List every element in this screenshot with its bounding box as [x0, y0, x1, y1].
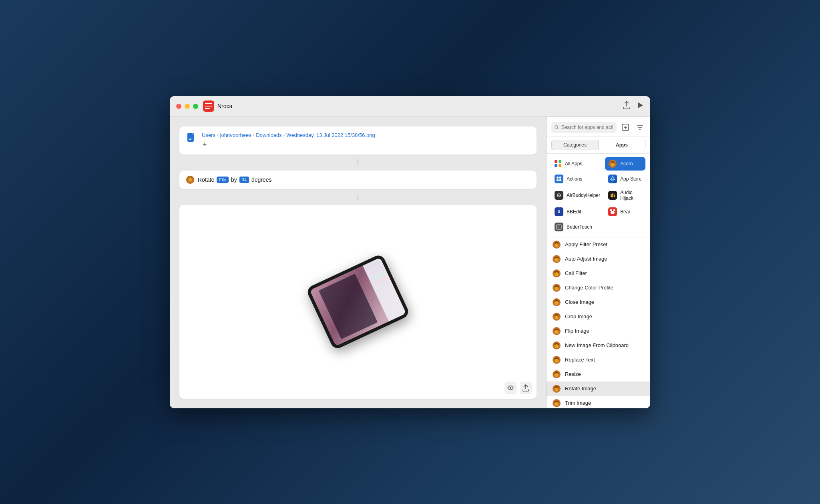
bettertouch-label: BetterTouch: [567, 224, 592, 230]
minimize-button[interactable]: [185, 104, 190, 109]
acorn-action-icon-trim: [552, 399, 561, 408]
acorn-action-icon-crop: [552, 312, 561, 321]
action-apply-filter[interactable]: Apply Filter Preset: [547, 237, 650, 252]
filter-sidebar-button[interactable]: [634, 122, 645, 133]
breadcrumb-user[interactable]: johnvoorhees: [220, 132, 251, 138]
maximize-button[interactable]: [193, 104, 198, 109]
svg-point-57: [555, 344, 559, 348]
close-button[interactable]: [176, 104, 181, 109]
svg-point-66: [555, 388, 559, 392]
svg-point-36: [555, 243, 559, 247]
actions-label: Actions: [567, 176, 582, 182]
svg-point-11: [510, 387, 511, 389]
sep3: ›: [283, 133, 285, 137]
svg-rect-22: [557, 179, 559, 181]
app-item-all-apps[interactable]: All Apps: [551, 157, 603, 171]
app-item-bbedit[interactable]: B BBEdit: [551, 205, 603, 219]
action-change-color[interactable]: Change Color Profile: [547, 281, 650, 295]
action-auto-adjust[interactable]: Auto Adjust Image: [547, 252, 650, 266]
acorn-action-icon-apply: [552, 240, 561, 249]
app-window: Nroca: [170, 96, 650, 408]
svg-point-9: [188, 177, 192, 181]
breadcrumb-downloads[interactable]: Downloads: [256, 132, 281, 138]
svg-point-63: [555, 373, 559, 377]
action-label: Flip Image: [565, 328, 589, 334]
tab-apps[interactable]: Apps: [598, 140, 645, 150]
app-item-actions[interactable]: Actions: [551, 172, 603, 186]
svg-point-60: [555, 359, 559, 363]
action-label: New Image From Clipboard: [565, 342, 629, 348]
action-label: Replace Text: [565, 357, 595, 363]
action-label: Change Color Profile: [565, 285, 613, 291]
bbedit-label: BBEdit: [567, 209, 581, 215]
app-logo-icon: [203, 100, 214, 112]
airbuddy-label: AirBuddyHelper: [567, 193, 600, 198]
sidebar-search-header: [547, 117, 650, 137]
action-close-image[interactable]: Close Image: [547, 295, 650, 309]
app-item-bettertouch[interactable]: BetterTouch: [551, 220, 603, 234]
rotate-row: Rotate File by 34 degrees: [179, 171, 537, 189]
breadcrumb-row: Users › johnvoorhees › Downloads › Wedne…: [179, 127, 537, 155]
main-panel: Users › johnvoorhees › Downloads › Wedne…: [170, 117, 546, 408]
action-label: Apply Filter Preset: [565, 241, 607, 247]
action-trim-image[interactable]: Trim Image: [547, 396, 650, 408]
svg-point-30: [613, 209, 615, 211]
titlebar-actions: [623, 101, 644, 111]
acorn-action-icon-replace: [552, 355, 561, 364]
svg-rect-5: [189, 138, 193, 139]
svg-point-39: [555, 258, 559, 262]
share-icon[interactable]: [623, 101, 630, 111]
flow-divider-2: [179, 194, 537, 200]
breadcrumb-path[interactable]: Users › johnvoorhees › Downloads › Wedne…: [202, 132, 375, 138]
svg-point-25: [559, 195, 560, 196]
file-badge[interactable]: File: [217, 177, 229, 183]
app-item-app-store[interactable]: App Store: [605, 172, 645, 186]
add-to-sidebar-button[interactable]: [620, 122, 631, 133]
add-path-button[interactable]: +: [202, 141, 375, 149]
app-item-audio-hijack[interactable]: Audio Hijack: [605, 187, 645, 203]
svg-rect-23: [559, 179, 561, 181]
bear-label: Bear: [620, 209, 630, 215]
action-label: Call Filter: [565, 270, 587, 276]
acorn-action-icon-resize: [552, 370, 561, 379]
sep2: ›: [253, 133, 255, 137]
app-store-icon: [608, 175, 617, 183]
acorn-action-icon-close: [552, 298, 561, 307]
app-item-bear[interactable]: Bear: [605, 205, 645, 219]
rotate-label: Rotate: [198, 177, 214, 183]
tab-categories[interactable]: Categories: [551, 140, 598, 150]
content-area: Users › johnvoorhees › Downloads › Wedne…: [170, 117, 650, 408]
apps-grid: All Apps Acorn: [547, 154, 650, 237]
svg-rect-1: [205, 106, 212, 106]
preview-image-container: [179, 205, 537, 399]
preview-card-bottom: [504, 382, 532, 394]
preview-eye-button[interactable]: [504, 382, 517, 394]
tablet-body: [305, 253, 410, 350]
action-resize[interactable]: Resize: [547, 367, 650, 382]
preview-share-button[interactable]: [520, 382, 532, 394]
action-new-image[interactable]: New Image From Clipboard: [547, 338, 650, 353]
action-label: Auto Adjust Image: [565, 256, 607, 262]
sidebar-tabs: Categories Apps: [547, 137, 650, 154]
svg-rect-27: [612, 193, 613, 197]
svg-rect-20: [557, 177, 559, 179]
search-box[interactable]: [551, 122, 617, 133]
degrees-value-badge[interactable]: 34: [239, 177, 249, 183]
action-label: Trim Image: [565, 400, 591, 406]
play-icon[interactable]: [637, 102, 644, 111]
actions-list: Apply Filter Preset Auto Adjust Image Ca…: [547, 237, 650, 408]
action-flip-image[interactable]: Flip Image: [547, 324, 650, 338]
svg-point-69: [555, 402, 559, 406]
app-item-acorn[interactable]: Acorn: [605, 157, 645, 171]
action-rotate-image[interactable]: Rotate Image: [547, 382, 650, 396]
breadcrumb-file[interactable]: Wednesday, 13 Jul 2022 15/38/56.png: [286, 132, 375, 138]
search-icon: [555, 125, 559, 130]
action-replace-text[interactable]: Replace Text: [547, 353, 650, 367]
search-input[interactable]: [561, 124, 613, 130]
action-crop-image[interactable]: Crop Image: [547, 309, 650, 324]
breadcrumb-users[interactable]: Users: [202, 132, 215, 138]
action-call-filter[interactable]: Call Filter: [547, 266, 650, 281]
app-item-airbuddy[interactable]: AirBuddyHelper: [551, 187, 603, 203]
degrees-label: degrees: [251, 177, 272, 183]
bear-icon: [608, 207, 617, 216]
